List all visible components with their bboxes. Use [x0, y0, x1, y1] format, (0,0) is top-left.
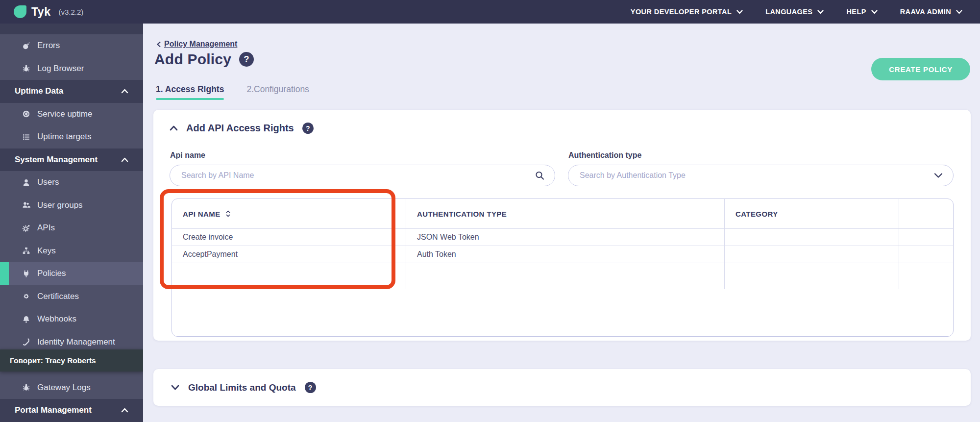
help-icon[interactable]: [302, 123, 314, 134]
column-header-category: CATEGORY: [724, 199, 899, 228]
topnav-help[interactable]: HELP: [846, 8, 877, 16]
users-icon: [22, 201, 31, 209]
sidebar-item-webhooks[interactable]: Webhooks: [0, 308, 143, 331]
sidebar-item-uptime-targets[interactable]: Uptime targets: [0, 125, 143, 149]
chevron-up-icon: [121, 89, 128, 94]
help-icon[interactable]: [305, 382, 316, 393]
sidebar-item-users[interactable]: Users: [0, 171, 143, 194]
version-label: (v3.2.2): [58, 8, 83, 16]
list-icon: [22, 133, 31, 141]
global-limits-heading: Global Limits and Quota: [188, 382, 296, 393]
page-title: Add Policy: [154, 51, 231, 68]
tyk-logo-link[interactable]: Tyk (v3.2.2): [14, 5, 83, 19]
plug-icon: [22, 270, 31, 278]
tab-access-rights-label: 1. Access Rights: [156, 84, 224, 94]
certificate-icon: [22, 292, 31, 300]
sidebar-top-strip: [0, 24, 143, 34]
sidebar-item-user-groups[interactable]: User groups: [0, 194, 143, 217]
api-access-table: API NAME AUTHENTICATION TYPE CATEGORY Cr…: [172, 199, 954, 337]
auth-type-select: [568, 165, 954, 186]
screenshare-speaker-caption: Говорит: Tracy Roberts: [0, 349, 143, 372]
user-icon: [22, 178, 31, 187]
tyk-logo-icon: [14, 5, 26, 18]
cell-auth-type: JSON Web Token: [406, 229, 724, 246]
cell-actions: [899, 246, 953, 263]
bug-icon: [22, 64, 31, 73]
api-name-search-field: [170, 165, 555, 186]
app-root: Tyk (v3.2.2) YOUR DEVELOPER PORTAL LANGU…: [0, 0, 980, 422]
tabs: 1. Access Rights 2.Configurations: [156, 84, 309, 100]
sidebar-item-certificates[interactable]: Certificates: [0, 285, 143, 308]
cell-api-name: Create invoice: [172, 229, 406, 246]
cell-category: [724, 229, 899, 246]
chevron-down-icon: [934, 173, 943, 178]
topnav-raava-admin[interactable]: RAAVA ADMIN: [900, 8, 962, 16]
table-row[interactable]: Create invoice JSON Web Token: [172, 228, 953, 246]
table-row[interactable]: AcceptPayment Auth Token: [172, 246, 953, 263]
access-rights-heading: Add API Access Rights: [186, 123, 294, 134]
table-empty-row: [172, 263, 953, 289]
sidebar-item-service-uptime[interactable]: Service uptime: [0, 103, 143, 126]
bell-icon: [22, 315, 31, 323]
sidebar-section-portal-management[interactable]: Portal Management: [0, 399, 143, 422]
topnav-languages[interactable]: LANGUAGES: [765, 8, 824, 16]
sidebar-item-apis[interactable]: APIs: [0, 217, 143, 240]
phone-icon: [22, 338, 31, 346]
sidebar-item-gateway-logs[interactable]: Gateway Logs: [0, 376, 143, 399]
top-bar: Tyk (v3.2.2) YOUR DEVELOPER PORTAL LANGU…: [0, 0, 980, 24]
table-body: Create invoice JSON Web Token AcceptPaym…: [172, 228, 953, 263]
cell-auth-type: Auth Token: [406, 246, 724, 263]
tyk-logo-text: Tyk: [31, 5, 50, 19]
chevron-down-icon: [736, 10, 743, 14]
gear-icon: [22, 224, 31, 232]
sidebar-section-system-management[interactable]: System Management: [0, 149, 143, 172]
bomb-icon: [22, 42, 31, 50]
auth-type-label: Authentication type: [568, 151, 641, 160]
tab-configurations[interactable]: 2.Configurations: [246, 84, 309, 100]
sort-icon: [225, 210, 231, 218]
collapse-chevron-down-icon: [171, 385, 179, 390]
cell-category: [724, 246, 899, 263]
sidebar-item-keys[interactable]: Keys: [0, 240, 143, 263]
chevron-down-icon: [956, 10, 962, 14]
sidebar-item-policies[interactable]: Policies: [0, 262, 143, 285]
access-rights-card: Add API Access Rights Api name Authentic…: [153, 110, 971, 341]
wheel-icon: [22, 110, 31, 118]
breadcrumb-label: Policy Management: [164, 40, 237, 49]
search-icon: [535, 171, 544, 180]
global-limits-card[interactable]: Global Limits and Quota: [153, 369, 971, 406]
column-header-actions: [899, 199, 953, 228]
page-title-row: Add Policy: [154, 51, 254, 68]
table-header-row: API NAME AUTHENTICATION TYPE CATEGORY: [172, 199, 953, 228]
column-header-api-name[interactable]: API NAME: [172, 199, 406, 228]
top-nav: YOUR DEVELOPER PORTAL LANGUAGES HELP RAA…: [631, 8, 962, 16]
chevron-left-icon: [156, 41, 161, 48]
tab-access-rights[interactable]: 1. Access Rights: [156, 84, 224, 100]
main-content: Policy Management Add Policy CREATE POLI…: [143, 24, 980, 422]
cell-api-name: AcceptPayment: [172, 246, 406, 263]
sidebar-item-errors[interactable]: Errors: [0, 34, 143, 57]
chevron-up-icon: [121, 157, 128, 162]
api-name-label: Api name: [170, 151, 205, 160]
chevron-up-icon: [121, 408, 128, 413]
sidebar-item-log-browser[interactable]: Log Browser: [0, 57, 143, 80]
chevron-down-icon: [871, 10, 878, 14]
active-tab-underline: [156, 98, 224, 100]
sitemap-icon: [22, 247, 31, 255]
speaker-caption-text: Говорит: Tracy Roberts: [10, 356, 96, 365]
collapse-chevron-up-icon: [170, 125, 178, 131]
tab-configurations-label: 2.Configurations: [246, 84, 309, 94]
chevron-down-icon: [817, 10, 824, 14]
auth-type-select-input[interactable]: [568, 165, 954, 186]
api-name-search-input[interactable]: [170, 165, 555, 186]
cell-actions: [899, 229, 953, 246]
sidebar-section-uptime-data[interactable]: Uptime Data: [0, 80, 143, 103]
access-rights-card-header[interactable]: Add API Access Rights: [170, 123, 314, 134]
column-header-auth-type: AUTHENTICATION TYPE: [406, 199, 724, 228]
sidebar: Errors Log Browser Uptime Data Service u…: [0, 24, 143, 422]
breadcrumb[interactable]: Policy Management: [156, 40, 237, 49]
topnav-your-developer-portal[interactable]: YOUR DEVELOPER PORTAL: [631, 8, 743, 16]
create-policy-button[interactable]: CREATE POLICY: [871, 58, 970, 80]
bug-icon: [22, 383, 31, 392]
help-icon[interactable]: [239, 52, 254, 67]
